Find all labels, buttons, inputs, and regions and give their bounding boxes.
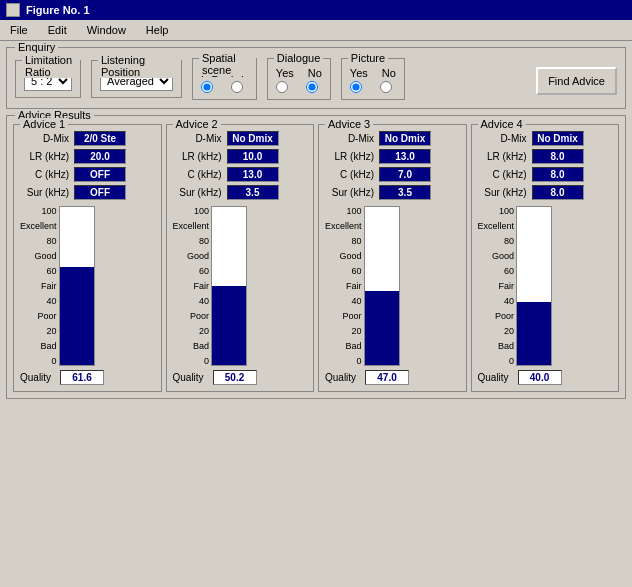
- menu-window[interactable]: Window: [81, 22, 132, 38]
- dmix-label-1: D-Mix: [20, 133, 72, 144]
- quality-value-1: 61.6: [60, 370, 104, 385]
- picture-no-label: No: [382, 67, 396, 79]
- advice-col-title-4: Advice 4: [478, 118, 526, 130]
- c-label-2: C (kHz): [173, 169, 225, 180]
- listening-position-label: Listening Position: [98, 54, 181, 78]
- advice-col-title-3: Advice 3: [325, 118, 373, 130]
- dialogue-no-radio[interactable]: [306, 81, 318, 93]
- dmix-label-4: D-Mix: [478, 133, 530, 144]
- dmix-label-2: D-Mix: [173, 133, 225, 144]
- sur-value-1: OFF: [74, 185, 126, 200]
- spatial-ff-radio[interactable]: [231, 81, 243, 93]
- dialogue-yes-label: Yes: [276, 67, 294, 79]
- dmix-value-4: No Dmix: [532, 131, 584, 146]
- chart-bar-3: [364, 206, 400, 366]
- spatial-scene-label: Spatial scene: [199, 52, 256, 76]
- advice-col-3: Advice 3 D-Mix No Dmix LR (kHz) 13.0 C (…: [318, 124, 467, 392]
- chart-fill-4: [517, 302, 551, 365]
- chart-bar-4: [516, 206, 552, 366]
- menu-edit[interactable]: Edit: [42, 22, 73, 38]
- chart-fill-3: [365, 291, 399, 365]
- sur-value-3: 3.5: [379, 185, 431, 200]
- lr-label-4: LR (kHz): [478, 151, 530, 162]
- lr-label-2: LR (kHz): [173, 151, 225, 162]
- quality-label-1: Quality: [20, 372, 58, 383]
- dmix-label-3: D-Mix: [325, 133, 377, 144]
- dialogue-yes-radio[interactable]: [276, 81, 288, 93]
- limitation-ratio-label: Limitation Ratio: [22, 54, 80, 78]
- enquiry-title: Enquiry: [15, 41, 58, 53]
- chart-bar-1: [59, 206, 95, 366]
- title-bar-icon: [6, 3, 20, 17]
- lr-value-1: 20.0: [74, 149, 126, 164]
- c-label-4: C (kHz): [478, 169, 530, 180]
- limitation-ratio-group: Limitation Ratio 5 : 2 4 : 2 3 : 2: [15, 60, 81, 98]
- lr-value-4: 8.0: [532, 149, 584, 164]
- picture-no-radio[interactable]: [380, 81, 392, 93]
- listening-position-group: Listening Position Averaged Front Rear: [91, 60, 182, 98]
- window-title: Figure No. 1: [26, 4, 90, 16]
- advice-col-1: Advice 1 D-Mix 2/0 Ste LR (kHz) 20.0 C (…: [13, 124, 162, 392]
- sur-label-4: Sur (kHz): [478, 187, 530, 198]
- sur-label-1: Sur (kHz): [20, 187, 72, 198]
- advice-results-group: Advice Results Advice 1 D-Mix 2/0 Ste LR…: [6, 115, 626, 399]
- c-value-3: 7.0: [379, 167, 431, 182]
- c-label-3: C (kHz): [325, 169, 377, 180]
- spatial-fb-radio[interactable]: [201, 81, 213, 93]
- lr-label-3: LR (kHz): [325, 151, 377, 162]
- c-value-1: OFF: [74, 167, 126, 182]
- advice-col-title-2: Advice 2: [173, 118, 221, 130]
- dmix-value-3: No Dmix: [379, 131, 431, 146]
- enquiry-group: Enquiry Limitation Ratio 5 : 2 4 : 2 3 :…: [6, 47, 626, 109]
- spatial-scene-group: Spatial scene F-B F-F: [192, 58, 257, 100]
- find-advice-button[interactable]: Find Advice: [536, 67, 617, 95]
- quality-value-3: 47.0: [365, 370, 409, 385]
- menu-file[interactable]: File: [4, 22, 34, 38]
- dialogue-no-label: No: [308, 67, 322, 79]
- quality-label-2: Quality: [173, 372, 211, 383]
- chart-bar-2: [211, 206, 247, 366]
- picture-group: Picture Yes No: [341, 58, 405, 100]
- lr-label-1: LR (kHz): [20, 151, 72, 162]
- picture-label: Picture: [348, 52, 388, 64]
- sur-label-3: Sur (kHz): [325, 187, 377, 198]
- lr-value-2: 10.0: [227, 149, 279, 164]
- menu-bar: File Edit Window Help: [0, 20, 632, 41]
- chart-fill-2: [212, 286, 246, 365]
- dmix-value-2: No Dmix: [227, 131, 279, 146]
- picture-yes-radio[interactable]: [350, 81, 362, 93]
- sur-value-2: 3.5: [227, 185, 279, 200]
- lr-value-3: 13.0: [379, 149, 431, 164]
- quality-label-3: Quality: [325, 372, 363, 383]
- c-label-1: C (kHz): [20, 169, 72, 180]
- c-value-4: 8.0: [532, 167, 584, 182]
- dmix-value-1: 2/0 Ste: [74, 131, 126, 146]
- chart-fill-1: [60, 267, 94, 365]
- dialogue-group: Dialogue Yes No: [267, 58, 331, 100]
- quality-label-4: Quality: [478, 372, 516, 383]
- title-bar: Figure No. 1: [0, 0, 632, 20]
- menu-help[interactable]: Help: [140, 22, 175, 38]
- quality-value-4: 40.0: [518, 370, 562, 385]
- advice-col-title-1: Advice 1: [20, 118, 68, 130]
- picture-yes-label: Yes: [350, 67, 368, 79]
- advice-col-2: Advice 2 D-Mix No Dmix LR (kHz) 10.0 C (…: [166, 124, 315, 392]
- advice-col-4: Advice 4 D-Mix No Dmix LR (kHz) 8.0 C (k…: [471, 124, 620, 392]
- sur-value-4: 8.0: [532, 185, 584, 200]
- c-value-2: 13.0: [227, 167, 279, 182]
- dialogue-label: Dialogue: [274, 52, 323, 64]
- sur-label-2: Sur (kHz): [173, 187, 225, 198]
- quality-value-2: 50.2: [213, 370, 257, 385]
